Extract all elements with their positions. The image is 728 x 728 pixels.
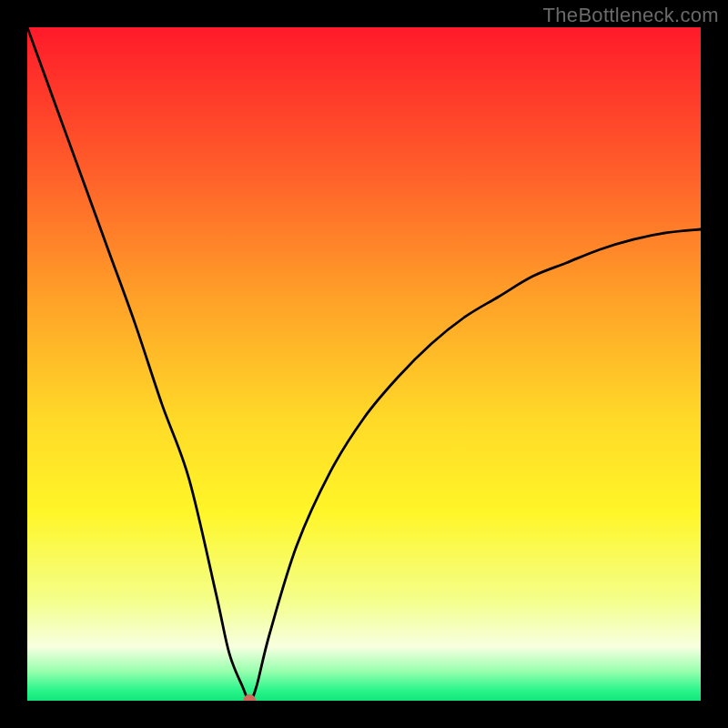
attribution-watermark: TheBottleneck.com — [543, 4, 719, 27]
plot-area — [27, 27, 701, 701]
gradient-background — [27, 27, 701, 701]
chart-frame: TheBottleneck.com — [0, 0, 728, 728]
plot-svg — [27, 27, 701, 701]
